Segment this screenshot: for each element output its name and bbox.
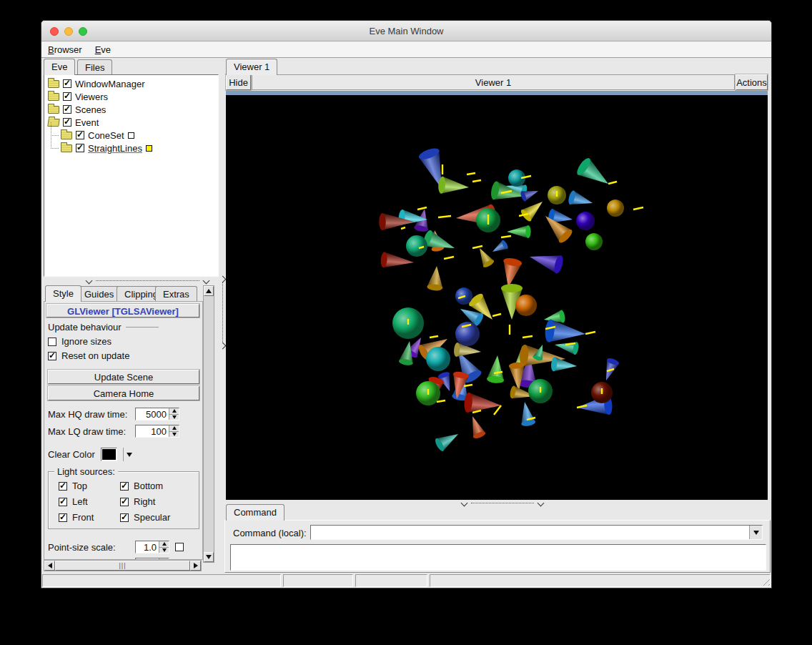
reset-on-update-row[interactable]: ✓ Reset on update — [48, 350, 199, 361]
tree-item-label: WindowManager — [75, 79, 145, 89]
ignore-sizes-checkbox[interactable] — [48, 338, 56, 346]
spin-up-icon[interactable] — [159, 541, 169, 548]
tab-extras[interactable]: Extras — [155, 286, 197, 302]
menu-browser[interactable]: Browser — [41, 43, 89, 56]
tab-eve[interactable]: Eve — [44, 59, 75, 75]
cone — [422, 229, 457, 256]
clear-color-swatch[interactable] — [101, 448, 117, 461]
point-size-label: Point-size scale: — [48, 542, 135, 553]
glviewer-header[interactable]: GLViewer [TGLSAViewer] — [46, 304, 199, 317]
checkbox-label: Reset on update — [61, 350, 129, 361]
command-combobox[interactable] — [310, 525, 763, 540]
light-left-checkbox[interactable]: ✓ — [59, 498, 67, 506]
reset-on-update-checkbox[interactable]: ✓ — [48, 352, 56, 360]
tab-viewer-1[interactable]: Viewer 1 — [226, 59, 277, 75]
eve-main-window: Eve Main Window Browser Eve Eve Files ✓ … — [41, 20, 772, 589]
scroll-left-button[interactable] — [44, 561, 55, 571]
camera-home-button[interactable]: Camera Home — [48, 386, 199, 400]
command-output[interactable] — [230, 544, 766, 571]
max-hq-spinner[interactable]: 5000 — [135, 408, 179, 420]
cone-disc — [585, 233, 603, 250]
scroll-down-icon — [206, 555, 212, 559]
tree-checkbox[interactable]: ✓ — [63, 118, 71, 127]
spin-down-icon[interactable] — [169, 415, 179, 420]
cone — [550, 357, 578, 373]
style-panel: GLViewer [TGLSAViewer] Update behaviour … — [44, 301, 203, 560]
light-front-checkbox[interactable]: ✓ — [59, 513, 67, 522]
max-hq-value[interactable]: 5000 — [136, 408, 169, 420]
coneset-color-marker[interactable] — [128, 132, 134, 139]
tab-command[interactable]: Command — [226, 504, 284, 521]
title-bar[interactable]: Eve Main Window — [41, 21, 771, 41]
spin-down-icon[interactable] — [159, 548, 169, 553]
tab-guides[interactable]: Guides — [76, 286, 122, 302]
gl-viewport[interactable] — [226, 95, 768, 500]
straight-line-segment — [401, 227, 405, 229]
style-panel-horizontal-scrollbar[interactable]: ||| — [44, 560, 202, 571]
max-lq-label: Max LQ draw time: — [48, 426, 135, 437]
point-size-spinner[interactable]: 1.0 — [135, 541, 169, 553]
checkbox-label: Ignore sizes — [61, 336, 112, 347]
tree-item-scenes[interactable]: ✓ Scenes — [44, 103, 218, 116]
tree-item-viewers[interactable]: ✓ Viewers — [44, 90, 218, 103]
tree-item-windowmanager[interactable]: ✓ WindowManager — [44, 77, 218, 90]
style-panel-vertical-scrollbar[interactable] — [203, 285, 214, 563]
light-bottom-checkbox[interactable]: ✓ — [120, 482, 129, 491]
point-size-checkbox[interactable] — [175, 543, 184, 551]
straight-line-segment — [492, 314, 501, 316]
scroll-left-icon — [48, 563, 52, 568]
splitter-chevron-icon — [219, 343, 226, 350]
spin-up-icon[interactable] — [169, 425, 179, 432]
light-left[interactable]: ✓ Left — [59, 496, 120, 507]
light-right[interactable]: ✓ Right — [120, 496, 199, 507]
actions-button[interactable]: Actions — [736, 74, 768, 90]
spin-up-icon[interactable] — [169, 408, 179, 415]
scrollbar-thumb[interactable]: ||| — [55, 561, 190, 571]
gl-canvas[interactable] — [226, 95, 768, 500]
light-bottom[interactable]: ✓ Bottom — [120, 481, 199, 491]
tree-item-coneset[interactable]: ✓ ConeSet — [44, 129, 218, 142]
combo-dropdown-button[interactable] — [749, 526, 762, 539]
tree-item-event[interactable]: ✓ Event — [44, 116, 218, 129]
light-specular-checkbox[interactable]: ✓ — [120, 513, 129, 522]
panel-splitter[interactable] — [219, 59, 226, 572]
tab-files[interactable]: Files — [77, 59, 112, 75]
command-input[interactable] — [311, 526, 749, 539]
light-specular[interactable]: ✓ Specular — [120, 512, 199, 523]
folder-icon — [48, 93, 59, 101]
tree-checkbox[interactable]: ✓ — [76, 131, 84, 139]
light-label: Front — [72, 512, 94, 523]
straightlines-color-marker[interactable] — [146, 145, 152, 152]
straight-line-segment — [438, 216, 451, 217]
scroll-right-button[interactable] — [190, 561, 201, 571]
clear-color-dropdown[interactable] — [123, 448, 134, 461]
tree-checkbox[interactable]: ✓ — [63, 105, 71, 114]
tree-item-label: ConeSet — [88, 130, 124, 141]
tree-checkbox[interactable]: ✓ — [63, 92, 71, 101]
status-segment — [355, 574, 427, 587]
light-top[interactable]: ✓ Top — [59, 481, 120, 491]
update-scene-button[interactable]: Update Scene — [48, 370, 199, 384]
hide-button[interactable]: Hide — [226, 74, 251, 90]
tab-style[interactable]: Style — [45, 285, 81, 302]
tree-checkbox[interactable]: ✓ — [63, 79, 71, 88]
light-top-checkbox[interactable]: ✓ — [59, 482, 67, 491]
light-front[interactable]: ✓ Front — [59, 512, 120, 523]
tree-splitter[interactable] — [44, 277, 219, 284]
ignore-sizes-row[interactable]: Ignore sizes — [48, 336, 199, 347]
straight-line-segment — [585, 332, 595, 334]
point-size-value[interactable]: 1.0 — [136, 541, 159, 553]
tree-item-label: Event — [75, 117, 99, 128]
tree-item-straightlines[interactable]: ✓ StraightLines — [44, 142, 218, 154]
spin-down-icon[interactable] — [169, 432, 179, 438]
scroll-down-button[interactable] — [204, 552, 214, 562]
viewer-splitter[interactable] — [226, 500, 768, 506]
straight-line-segment — [472, 180, 481, 182]
tree-checkbox[interactable]: ✓ — [76, 144, 84, 152]
max-lq-value[interactable]: 100 — [136, 425, 169, 437]
straight-line-segment — [501, 236, 511, 237]
menu-eve[interactable]: Eve — [89, 43, 117, 56]
light-right-checkbox[interactable]: ✓ — [120, 498, 129, 506]
scroll-up-button[interactable] — [204, 286, 214, 296]
max-lq-spinner[interactable]: 100 — [135, 425, 179, 438]
